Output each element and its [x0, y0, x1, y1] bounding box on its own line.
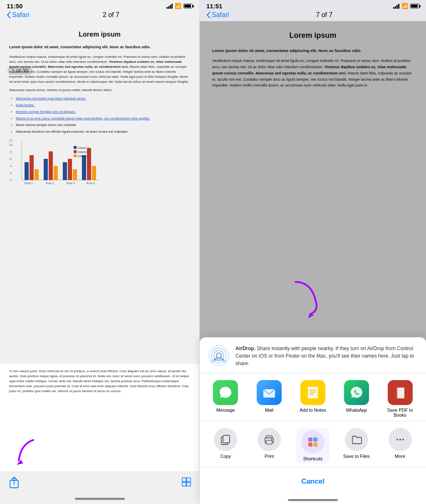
copy-icon [214, 428, 237, 451]
share-action-shortcuts[interactable]: Shortcuts [296, 428, 329, 464]
list-view-button[interactable] [182, 477, 191, 488]
svg-text:10: 10 [9, 143, 12, 146]
svg-rect-59 [308, 437, 312, 442]
share-sheet: AirDrop. Share instantly with people nea… [200, 337, 426, 504]
share-button[interactable] [8, 477, 20, 489]
mail-label: Mail [265, 408, 273, 413]
right-panel: 11:51 📶 Safari 7 of 7 Lorem ipsum Lorem … [200, 0, 426, 504]
mail-icon [257, 380, 282, 405]
message-icon [213, 380, 238, 405]
chart-svg: 0 2 4 6 8 10 12 [9, 138, 101, 193]
svg-rect-60 [313, 437, 317, 442]
left-page-info: 2 of 7 [103, 11, 119, 19]
right-back-button[interactable]: Safari [206, 11, 229, 19]
share-action-save-files[interactable]: Save to Files [340, 428, 373, 464]
svg-rect-62 [313, 442, 317, 447]
share-app-notes[interactable]: Add to Notes [296, 380, 329, 418]
notes-label: Add to Notes [300, 408, 326, 413]
list-item: Morbi viverra semper lorem nec molestie. [16, 123, 190, 128]
svg-rect-55 [223, 435, 230, 443]
left-home-indicator [0, 493, 199, 504]
left-arrow [12, 436, 46, 471]
wifi-icon: 📶 [175, 3, 181, 9]
shortcuts-icon [301, 430, 324, 454]
save-files-label: Save to Files [343, 454, 370, 459]
doc-list: Maecenas non lorem quis tellus placerat … [16, 96, 190, 134]
list-item: Maecenas tincidunt est efficitur ligula … [16, 129, 190, 134]
svg-point-43 [209, 346, 229, 366]
share-app-whatsapp[interactable]: WhatsApp [340, 380, 373, 418]
body-italic-1: Nullam mollis convallis ipsum, ac accums… [25, 75, 119, 79]
share-app-message[interactable]: Message [209, 380, 242, 418]
svg-text:2: 2 [10, 172, 12, 175]
list-link: Nulla facilisi. [16, 103, 34, 107]
svg-point-64 [399, 439, 401, 440]
books-label: Save PDF to Books [384, 408, 417, 418]
svg-text:0: 0 [10, 179, 12, 182]
home-bar [75, 498, 125, 500]
svg-rect-61 [308, 442, 312, 447]
list-item: Nulla facilisi. [16, 103, 190, 108]
books-icon [388, 380, 413, 405]
svg-text:6: 6 [10, 158, 12, 161]
left-time: 11:50 [7, 2, 22, 10]
svg-rect-16 [35, 169, 39, 180]
svg-text:Column 3: Column 3 [77, 155, 89, 158]
share-app-mail[interactable]: Mail [253, 380, 286, 418]
battery-icon [183, 4, 193, 8]
svg-text:Column 2: Column 2 [77, 151, 89, 153]
bottom-body-text: In non mauris justo. Duis vehicula mi ve… [9, 369, 189, 393]
print-icon [258, 428, 281, 451]
svg-rect-30 [74, 146, 77, 149]
left-panel: 11:50 📶 Safari 2 of 7 1 of 30 Lorem ipsu… [0, 0, 200, 504]
svg-rect-20 [63, 162, 67, 180]
share-action-copy[interactable]: Copy [209, 428, 242, 464]
left-back-button[interactable]: Safari [7, 11, 30, 19]
list-item: Aenean congue fringilla justo ut aliquam… [16, 109, 190, 114]
svg-rect-14 [25, 162, 29, 180]
svg-rect-48 [308, 387, 318, 398]
right-time: 11:51 [206, 2, 222, 10]
svg-rect-39 [182, 478, 186, 482]
airdrop-icon [208, 345, 230, 366]
share-apps-row: Message Mail [200, 373, 426, 421]
left-bottom-toolbar [0, 472, 199, 493]
right-signal-icon [393, 4, 399, 9]
svg-point-63 [396, 439, 398, 440]
svg-text:Column 1: Column 1 [77, 146, 89, 149]
left-doc-content: Lorem ipsum Lorem ipsum dolor sit amet, … [0, 21, 199, 363]
svg-rect-25 [92, 166, 96, 180]
message-label: Message [216, 408, 235, 413]
copy-label: Copy [220, 454, 231, 459]
list-item: Mauris id ex erat. Nunc vulputate neque … [16, 116, 190, 121]
svg-rect-18 [49, 151, 53, 180]
share-action-more[interactable]: More [384, 428, 417, 464]
svg-text:Row 1: Row 1 [25, 182, 33, 185]
airdrop-desc: Share instantly with people nearby. If t… [235, 346, 414, 366]
right-battery-icon [410, 4, 419, 8]
svg-rect-57 [266, 440, 272, 444]
svg-rect-32 [74, 150, 77, 153]
share-app-books[interactable]: Save PDF to Books [384, 380, 417, 418]
list-item: Maecenas non lorem quis tellus placerat … [16, 96, 190, 101]
left-doc-title: Lorem ipsum [9, 30, 190, 40]
svg-rect-23 [82, 155, 86, 180]
more-label: More [395, 454, 405, 459]
list-link: Maecenas non lorem quis tellus placerat … [16, 96, 86, 100]
airdrop-description: AirDrop. Share instantly with people nea… [235, 345, 418, 367]
svg-rect-17 [44, 159, 48, 180]
signal-icon [166, 4, 173, 9]
svg-text:Row 2: Row 2 [46, 182, 54, 185]
svg-text:Row 4: Row 4 [87, 182, 95, 185]
cancel-button[interactable]: Cancel [206, 472, 419, 492]
svg-rect-42 [187, 482, 191, 486]
list-link: Mauris id ex erat. Nunc vulputate neque … [16, 116, 150, 120]
svg-text:12: 12 [9, 139, 12, 142]
right-nav-bar: Safari 7 of 7 [200, 10, 426, 21]
left-doc-body: Vestibulum neque massa, scelerisque sit … [9, 54, 190, 84]
share-action-print[interactable]: Print [253, 428, 286, 464]
svg-text:4: 4 [10, 165, 12, 168]
svg-rect-41 [182, 482, 186, 486]
left-back-label: Safari [12, 11, 30, 19]
svg-rect-34 [74, 154, 77, 157]
